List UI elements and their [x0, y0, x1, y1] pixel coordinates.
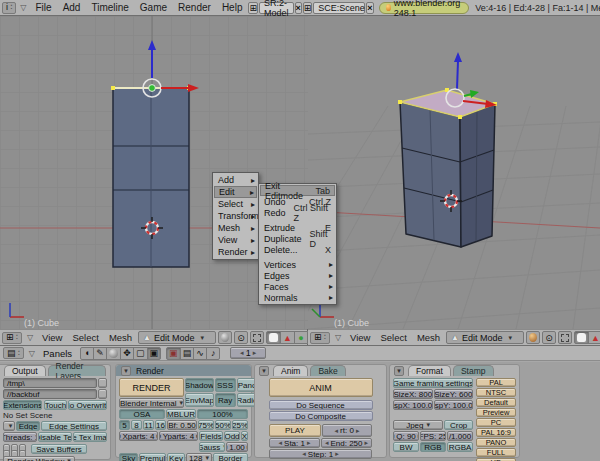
anim-button[interactable]: ANIM [269, 378, 373, 397]
bw-toggle[interactable]: BW [393, 442, 419, 452]
tab-anim[interactable]: Anim [273, 365, 308, 376]
menu-item-normals[interactable]: Normals [260, 292, 335, 303]
rgba-toggle[interactable]: RGBA [447, 442, 473, 452]
xparts-field[interactable]: Xparts: 4 [119, 431, 158, 441]
tab-stamp[interactable]: Stamp [453, 365, 494, 376]
display-grid-buttons[interactable] [3, 444, 26, 455]
osa-toggle[interactable]: OSA [119, 409, 165, 419]
manipulator-toggle-button[interactable] [266, 331, 281, 344]
menu-view[interactable]: View [38, 332, 66, 343]
play-button[interactable]: PLAY [269, 424, 321, 437]
disable-tex-toggle[interactable]: Disable Tex [38, 432, 72, 442]
selected-vertex[interactable] [111, 86, 115, 90]
preset-pc-button[interactable]: PC [476, 418, 516, 427]
panels-menu[interactable]: Panels [40, 348, 75, 359]
manipulator-toggle-button[interactable] [574, 331, 589, 344]
premul-toggle[interactable]: Premul [139, 453, 166, 461]
menu-item-faces[interactable]: Faces [260, 281, 335, 292]
end-field[interactable]: End: 250 [321, 438, 372, 448]
menu-item-exit-editmode[interactable]: Exit EditmodeTab [260, 185, 335, 196]
scene-browse-button[interactable]: ⊞ [303, 2, 313, 14]
fields-toggle[interactable]: Fields [199, 431, 223, 441]
fps-base-field[interactable]: /1.000 [447, 431, 473, 441]
pct75-button[interactable]: 75% [198, 420, 214, 430]
panel-collapse-icon[interactable]: ▼ [121, 366, 131, 376]
crop-toggle[interactable]: Crop [444, 420, 473, 430]
yparts-field[interactable]: Yparts: 4 [159, 431, 198, 441]
step-field[interactable]: Step: 1 [269, 449, 372, 459]
osa5-button[interactable]: 5 [119, 420, 130, 430]
tab-bake[interactable]: Bake [310, 365, 345, 376]
proportional-edit-button[interactable] [250, 331, 264, 344]
manipulator-z-arrow[interactable] [457, 61, 458, 89]
fields-x-toggle[interactable]: X [241, 431, 248, 441]
pct100-button[interactable]: 100% [197, 409, 248, 419]
rt-field[interactable]: rt: 0 [322, 424, 372, 437]
preset-ntsc-button[interactable]: NTSC [476, 388, 516, 397]
touch-toggle[interactable]: Touch [44, 400, 66, 410]
dir-browse-button[interactable] [98, 378, 107, 388]
header-collapse-icon[interactable]: ▽ [24, 333, 36, 342]
shadow-toggle[interactable]: Shadow [185, 378, 214, 392]
mode-dropdown[interactable]: ▲Edit Mode [138, 331, 216, 344]
border-toggle[interactable]: Border [213, 453, 248, 461]
screen-selector[interactable]: SR:2-Model [259, 2, 294, 14]
preset-pal169-button[interactable]: PAL 16:9 [476, 428, 516, 437]
proportional-edit-button[interactable] [558, 331, 572, 344]
render-display-dropdown[interactable]: Render Window [3, 456, 75, 461]
sequencer-subcontext-button[interactable]: ▤ [180, 347, 195, 360]
anim-subcontext-button[interactable]: ∿ [193, 347, 207, 360]
menu-item-edges[interactable]: Edges [260, 270, 335, 281]
menu-render[interactable]: Render [173, 2, 216, 13]
draw-type-dropdown[interactable] [218, 331, 232, 344]
octree-dropdown[interactable]: 128 [186, 453, 212, 461]
viewport-right-canvas[interactable]: (1) Cube [308, 16, 600, 329]
pivot-dropdown[interactable]: ⊙ [234, 331, 248, 344]
menu-item-vertices[interactable]: Vertices [260, 259, 335, 270]
cube-mesh[interactable] [111, 86, 191, 267]
menu-item-redo[interactable]: RedoCtrl Shift Z [260, 207, 335, 218]
selected-vertex[interactable] [458, 115, 462, 119]
menu-item-transform[interactable]: Transform [214, 210, 257, 222]
viewport-right[interactable]: (1) Cube ⊞∶ ▽ View Select Mesh ▲Edit Mod… [308, 16, 600, 345]
screen-delete-button[interactable]: × [295, 2, 302, 14]
preset-default-button[interactable]: Default [476, 398, 516, 407]
aspx-field[interactable]: AspX: 100.00 [393, 400, 433, 410]
menu-item-duplicate[interactable]: DuplicateShift D [260, 233, 335, 244]
logic-context-button[interactable]: ◖ [80, 347, 94, 360]
fps-field[interactable]: FPS: 25 [420, 431, 446, 441]
header-collapse-icon[interactable]: ▽ [332, 333, 344, 342]
game-framing-button[interactable]: Game framing settings [393, 378, 473, 388]
filter-size-field[interactable]: 1.00 [226, 442, 248, 452]
panel-collapse-icon[interactable]: ▼ [394, 366, 404, 376]
menu-timeline[interactable]: Timeline [86, 2, 133, 13]
ray-toggle[interactable]: Ray [215, 393, 236, 407]
scene-delete-button[interactable]: × [366, 2, 373, 14]
sound-subcontext-button[interactable]: ♪ [206, 347, 220, 360]
do-composite-toggle[interactable]: Do Composite [269, 411, 373, 421]
mblur-toggle[interactable]: MBLUR [166, 409, 196, 419]
menu-item-select[interactable]: Select [214, 198, 257, 210]
screen-browse-button[interactable]: ⊞ [248, 2, 258, 14]
manipulator-translate-button[interactable]: ▲ [280, 331, 295, 344]
editor-type-button[interactable]: i∶ [2, 2, 16, 14]
menu-item-delete[interactable]: Delete...X [260, 244, 335, 255]
menu-file[interactable]: File [31, 2, 57, 13]
preset-pano-button[interactable]: PANO [476, 438, 516, 447]
header-collapse-icon[interactable]: ▽ [17, 3, 29, 12]
output-dir-field[interactable]: /tmp\ [3, 378, 97, 388]
rgb-toggle[interactable]: RGB [420, 442, 446, 452]
menu-view[interactable]: View [346, 332, 374, 343]
menu-item-add[interactable]: Add [214, 174, 257, 186]
object-context-button[interactable]: ✥ [120, 347, 134, 360]
save-buffers-toggle[interactable]: Save Buffers [31, 444, 87, 454]
editing-context-button[interactable]: ▢ [133, 347, 148, 360]
osa16-button[interactable]: 16 [155, 420, 166, 430]
frame-number-field[interactable]: 1 [230, 347, 266, 359]
quality-field[interactable]: Q: 90 [393, 431, 419, 441]
backbuf-field[interactable]: //backbuf [3, 389, 97, 399]
sizex-field[interactable]: SizeX: 800 [393, 389, 433, 399]
shading-context-button[interactable] [106, 347, 121, 360]
osa8-button[interactable]: 8 [131, 420, 142, 430]
menu-mesh[interactable]: Mesh [105, 332, 136, 343]
